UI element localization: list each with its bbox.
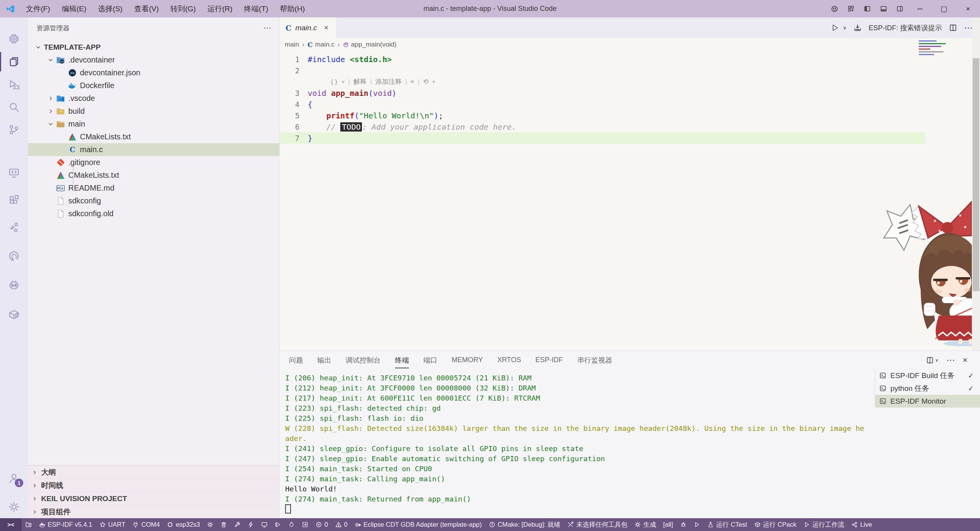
- activity-search[interactable]: [0, 97, 28, 117]
- tree-item--devcontainer[interactable]: ><.devcontainer: [28, 54, 279, 66]
- menu-item-7[interactable]: 帮助(H): [274, 0, 310, 17]
- line-number[interactable]: 2: [279, 66, 308, 75]
- panel-close-icon[interactable]: ×: [959, 355, 971, 365]
- tree-item-devcontainer-json[interactable]: ><devcontainer.json: [28, 66, 279, 79]
- status-kit-selection[interactable]: 未选择任何工具包: [564, 518, 631, 531]
- status-cmake-debug[interactable]: [677, 518, 690, 531]
- install-icon[interactable]: [850, 24, 865, 32]
- ai-close-icon[interactable]: ×: [410, 78, 414, 86]
- ai-add-comment-button[interactable]: 添加注释: [375, 77, 402, 86]
- line-number[interactable]: 3: [279, 89, 308, 97]
- status-debug-device[interactable]: [271, 518, 285, 531]
- breadcrumb-item-2[interactable]: app_main(void): [343, 41, 397, 49]
- activity-explorer[interactable]: [0, 52, 28, 71]
- activity-esp-idf-tools[interactable]: [0, 217, 28, 237]
- status-full-clean[interactable]: [217, 518, 230, 531]
- toggle-secondary-sidebar-icon[interactable]: [892, 0, 908, 17]
- menu-item-0[interactable]: 文件(F): [20, 0, 56, 17]
- sidebar-section-1[interactable]: 时间线: [28, 479, 279, 492]
- activity-dev-containers[interactable]: [0, 305, 28, 324]
- status-build-project[interactable]: [230, 518, 244, 531]
- ai-settings-icon[interactable]: ⟲: [423, 78, 428, 86]
- tree-item-sdkconfig-old[interactable]: sdkconfig.old: [28, 207, 279, 220]
- status-live-share[interactable]: Live: [848, 518, 875, 531]
- status-open-folder[interactable]: [22, 518, 35, 531]
- breadcrumb-item-0[interactable]: main: [285, 41, 299, 49]
- activity-espressif[interactable]: [0, 246, 28, 266]
- panel-tab-3[interactable]: 终端: [395, 356, 409, 365]
- panel-tab-0[interactable]: 问题: [289, 356, 303, 365]
- tree-item-template-app[interactable]: TEMPLATE-APP: [28, 41, 279, 54]
- terminal-list-item-2[interactable]: ESP-IDF Monitor: [875, 395, 980, 408]
- tree-item-main-c[interactable]: Cmain.c: [28, 143, 279, 156]
- status-cmake-launch[interactable]: [690, 518, 704, 531]
- status-cmake-status[interactable]: CMake: [Debug]: 就绪: [485, 518, 564, 531]
- esp-idf-hint-button[interactable]: ESP-IDF: 搜索错误提示: [865, 23, 945, 33]
- menu-item-6[interactable]: 终端(T): [238, 0, 274, 17]
- status-cmake-build[interactable]: 生成: [631, 518, 660, 531]
- tree-item-dockerfile[interactable]: Dockerfile: [28, 79, 279, 92]
- editor-scrollbar[interactable]: [972, 17, 980, 351]
- explorer-more-actions-icon[interactable]: ⋯: [263, 23, 272, 33]
- activity-remote-explorer[interactable]: [0, 163, 28, 182]
- toggle-sidebar-icon[interactable]: [859, 0, 875, 17]
- status-run-cpack[interactable]: 运行 CPack: [751, 518, 800, 531]
- status-build-target[interactable]: [all]: [660, 518, 677, 531]
- status-warnings[interactable]: 0: [332, 518, 351, 531]
- panel-tab-5[interactable]: MEMORY: [452, 356, 483, 364]
- line-number[interactable]: 5: [279, 111, 308, 120]
- panel-more-actions-icon[interactable]: ⋯: [942, 355, 959, 365]
- toggle-panel-icon[interactable]: [875, 0, 892, 17]
- status-run-ctest[interactable]: 运行 CTest: [704, 518, 751, 531]
- status-device-target[interactable]: esp32s3: [163, 518, 203, 531]
- line-number[interactable]: 1: [279, 55, 308, 64]
- breadcrumb-item-1[interactable]: Cmain.c: [308, 41, 335, 49]
- ai-logo-icon[interactable]: ⟨⟩: [330, 78, 338, 86]
- panel-tab-2[interactable]: 调试控制台: [346, 356, 381, 365]
- panel-tab-8[interactable]: 串行监视器: [577, 356, 612, 365]
- tree-item-cmakelists-txt[interactable]: CMakeLists.txt: [28, 169, 279, 182]
- activity-esp-idf-explorer[interactable]: [0, 29, 28, 49]
- minimap[interactable]: [919, 39, 961, 57]
- tree-item--gitignore[interactable]: .gitignore: [28, 156, 279, 169]
- tree-item-sdkconfig[interactable]: sdkconfig: [28, 194, 279, 207]
- tree-item-readme-md[interactable]: README.md: [28, 182, 279, 194]
- panel-tab-7[interactable]: ESP-IDF: [535, 356, 563, 364]
- status-flash-method[interactable]: UART: [96, 518, 129, 531]
- status-run-workflow[interactable]: 运行工作流: [800, 518, 848, 531]
- tree-item--vscode[interactable]: .vscode: [28, 92, 279, 105]
- activity-platformio[interactable]: [0, 276, 28, 295]
- panel-tab-4[interactable]: 端口: [423, 356, 437, 365]
- maximize-button[interactable]: ▢: [932, 0, 956, 17]
- code-area[interactable]: 1#include <stdio.h> 2 ⟨⟩∨ |解释 |添加注释 |× |…: [279, 54, 925, 144]
- tree-item-build[interactable]: build: [28, 105, 279, 118]
- status-esp-idf-version[interactable]: ESP-IDF v5.4.1: [35, 518, 96, 531]
- status-monitor-device[interactable]: [258, 518, 271, 531]
- terminal[interactable]: I (206) heap_init: At 3FCE9710 len 00005…: [285, 373, 866, 515]
- activity-run-and-debug[interactable]: [0, 75, 28, 94]
- line-number[interactable]: 4: [279, 100, 308, 109]
- run-button[interactable]: [828, 24, 843, 32]
- tab-main-c[interactable]: C main.c ×: [279, 17, 337, 38]
- editor-scrollbar-thumb[interactable]: [973, 58, 979, 291]
- tab-close-icon[interactable]: ×: [322, 23, 330, 32]
- activity-account[interactable]: 1: [0, 469, 28, 488]
- menu-item-4[interactable]: 转到(G): [164, 0, 201, 17]
- status-build-flash-monitor[interactable]: [285, 518, 298, 531]
- status-open-idf-terminal[interactable]: [298, 518, 312, 531]
- sidebar-section-3[interactable]: 项目组件: [28, 505, 279, 518]
- menu-item-1[interactable]: 编辑(E): [56, 0, 92, 17]
- status-flash-device[interactable]: [244, 518, 258, 531]
- line-number[interactable]: 6: [279, 123, 308, 131]
- sidebar-section-0[interactable]: 大纲: [28, 465, 279, 479]
- ai-explain-button[interactable]: 解释: [353, 77, 367, 86]
- line-number[interactable]: 7: [279, 134, 308, 142]
- panel-tab-6[interactable]: XRTOS: [497, 356, 521, 364]
- minimize-button[interactable]: ─: [908, 0, 932, 17]
- status-gdb-adapter[interactable]: Eclipse CDT GDB Adapter (template-app): [351, 518, 485, 531]
- terminal-list-item-0[interactable]: ESP-IDF Build 任务 ✓: [875, 369, 980, 382]
- split-terminal-icon[interactable]: ∨: [922, 356, 942, 364]
- activity-source-control[interactable]: [0, 120, 28, 139]
- activity-settings[interactable]: [0, 497, 28, 517]
- menu-item-2[interactable]: 选择(S): [92, 0, 128, 17]
